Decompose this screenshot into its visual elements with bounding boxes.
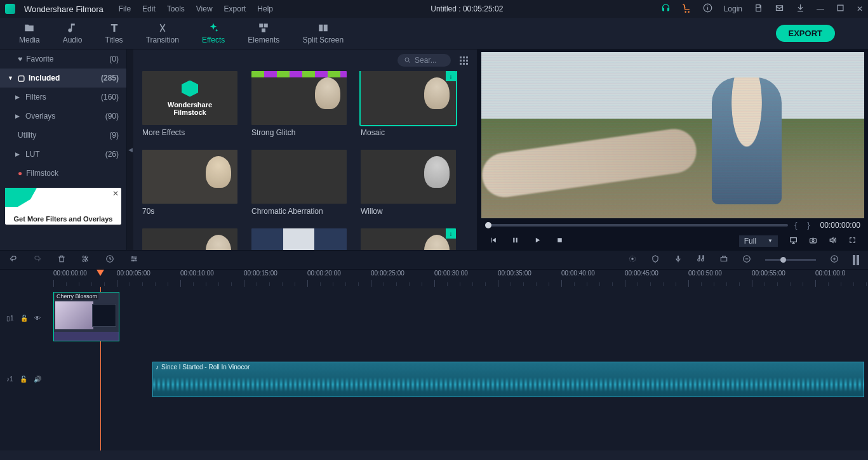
sidebar-item-filmstock[interactable]: ●Filmstock	[0, 164, 126, 183]
tab-elements[interactable]: Elements	[236, 22, 291, 44]
fullscreen-icon[interactable]	[848, 236, 857, 246]
zoom-in-icon[interactable]	[830, 254, 839, 265]
download-icon[interactable]	[796, 3, 805, 15]
svg-point-9	[405, 58, 409, 62]
effect-thumb[interactable]	[142, 228, 237, 250]
video-clip[interactable]: Cherry Blossom	[53, 292, 119, 341]
effect-thumb[interactable]: WondershareFilmstockMore Effects	[142, 71, 237, 137]
menu-edit[interactable]: Edit	[142, 4, 156, 13]
delete-icon[interactable]	[57, 254, 66, 265]
ruler-tick: 00:00:50:00	[688, 270, 722, 277]
audio-mix-icon[interactable]	[697, 254, 705, 265]
timeline[interactable]: ▯1 🔓 👁 ♪1 🔓 🔊 Cherry Blossom ♪Since I St…	[0, 287, 868, 450]
view-grid-icon[interactable]	[460, 56, 468, 65]
tab-transition[interactable]: Transition	[135, 22, 190, 44]
prev-frame-button[interactable]	[489, 236, 497, 246]
marker-icon[interactable]	[651, 254, 660, 265]
promo-banner[interactable]: ✕ Get More Filters and Overlays	[5, 188, 121, 225]
effect-thumb[interactable]: 70s	[142, 150, 237, 216]
sidebar-item-lut[interactable]: ▶LUT(26)	[0, 145, 126, 164]
tab-titles[interactable]: Titles	[93, 22, 134, 44]
snapshot-icon[interactable]	[809, 236, 817, 246]
adjust-icon[interactable]	[130, 254, 138, 265]
module-toolbar: Media Audio Titles Transition Effects El…	[0, 18, 868, 49]
menu-help[interactable]: Help	[257, 4, 273, 13]
marker-brackets[interactable]: { }	[794, 220, 813, 230]
maximize-icon[interactable]	[836, 3, 845, 15]
quality-select[interactable]: Full▼	[739, 235, 778, 247]
menu-file[interactable]: File	[119, 4, 131, 13]
preview-scrubber[interactable]	[485, 224, 788, 227]
timeline-tools	[0, 250, 868, 269]
voiceover-icon[interactable]	[674, 254, 683, 265]
display-icon[interactable]	[789, 236, 798, 246]
undo-icon[interactable]	[9, 254, 18, 265]
keyframe-icon[interactable]	[719, 254, 728, 265]
video-track-controls[interactable]: ▯1 🔓 👁	[0, 315, 41, 322]
render-icon[interactable]	[628, 254, 637, 265]
thumb-label: Strong Glitch	[251, 128, 347, 137]
eye-icon[interactable]: 👁	[34, 315, 41, 322]
svg-rect-2	[707, 6, 708, 6]
search-input[interactable]: Sear...	[397, 54, 451, 67]
lock-icon[interactable]: 🔓	[20, 315, 28, 322]
thumb-label: More Effects	[142, 128, 237, 137]
tab-splitscreen[interactable]: Split Screen	[291, 22, 355, 44]
audio-track-controls[interactable]: ♪1 🔓 🔊	[0, 376, 41, 383]
save-icon[interactable]	[754, 3, 763, 15]
tab-effects[interactable]: Effects	[190, 22, 236, 44]
play-pause-button[interactable]	[511, 236, 519, 246]
minimize-icon[interactable]: —	[817, 4, 824, 13]
effect-thumb[interactable]: ↓Mosaic	[361, 71, 456, 137]
promo-close-icon[interactable]: ✕	[112, 189, 119, 198]
effects-browser: Sear... WondershareFilmstockMore Effects…	[133, 49, 477, 250]
sidebar-item-favorite[interactable]: ♥Favorite(0)	[0, 49, 126, 69]
project-title: Untitled : 00:05:25:02	[282, 4, 652, 13]
download-badge-icon[interactable]: ↓	[446, 228, 456, 239]
titlebar: Wondershare Filmora File Edit Tools View…	[0, 0, 868, 18]
svg-rect-5	[264, 23, 268, 27]
preview-viewport[interactable]	[481, 52, 864, 218]
zoom-out-icon[interactable]	[742, 254, 751, 265]
sidebar-item-utility[interactable]: Utility(9)	[0, 126, 126, 145]
info-icon[interactable]	[703, 3, 712, 15]
headset-icon[interactable]	[661, 3, 671, 15]
ruler-tick: 00:00:45:00	[625, 270, 658, 277]
split-icon[interactable]	[81, 254, 90, 265]
effect-thumb[interactable]: Chromatic Aberration	[251, 150, 347, 216]
menu-tools[interactable]: Tools	[167, 4, 185, 13]
redo-icon[interactable]	[33, 254, 42, 265]
menu-view[interactable]: View	[196, 4, 213, 13]
effect-thumb[interactable]: Strong Glitch	[251, 71, 347, 137]
sidebar-item-included[interactable]: ▼▢Included(285)	[0, 69, 126, 88]
sidebar-item-overlays[interactable]: ▶Overlays(90)	[0, 107, 126, 126]
category-sidebar: ♥Favorite(0)▼▢Included(285)▶Filters(160)…	[0, 49, 127, 250]
lock-icon[interactable]: 🔓	[20, 376, 27, 383]
login-link[interactable]: Login	[724, 4, 742, 13]
timeline-ruler[interactable]: 00:00:00:0000:00:05:0000:00:10:0000:00:1…	[0, 269, 868, 287]
menu-export[interactable]: Export	[224, 4, 246, 13]
playhead-icon[interactable]	[97, 270, 104, 276]
tab-media[interactable]: Media	[8, 22, 51, 44]
effect-thumb[interactable]: ↓	[361, 228, 456, 250]
play-button[interactable]	[533, 236, 542, 246]
panel-collapse-handle[interactable]: ◀	[127, 49, 133, 250]
timeline-toggle-icon[interactable]	[853, 255, 859, 265]
effect-thumb[interactable]: Willow	[361, 150, 456, 216]
app-logo-icon	[5, 4, 15, 14]
close-icon[interactable]: ✕	[857, 4, 863, 13]
mail-icon[interactable]	[775, 3, 784, 15]
audio-clip[interactable]: ♪Since I Started - Roll In Vinocor	[152, 362, 864, 397]
cart-icon[interactable]	[682, 3, 691, 15]
stop-button[interactable]	[556, 236, 564, 246]
effect-thumb[interactable]	[251, 228, 347, 250]
sidebar-item-filters[interactable]: ▶Filters(160)	[0, 88, 126, 107]
download-badge-icon[interactable]: ↓	[446, 71, 456, 81]
export-button[interactable]: EXPORT	[776, 25, 835, 42]
speed-icon[interactable]	[105, 254, 114, 265]
zoom-slider[interactable]	[765, 259, 816, 261]
mute-icon[interactable]: 🔊	[34, 376, 41, 383]
svg-rect-11	[791, 237, 797, 242]
volume-icon[interactable]	[829, 236, 837, 246]
tab-audio[interactable]: Audio	[51, 22, 94, 44]
